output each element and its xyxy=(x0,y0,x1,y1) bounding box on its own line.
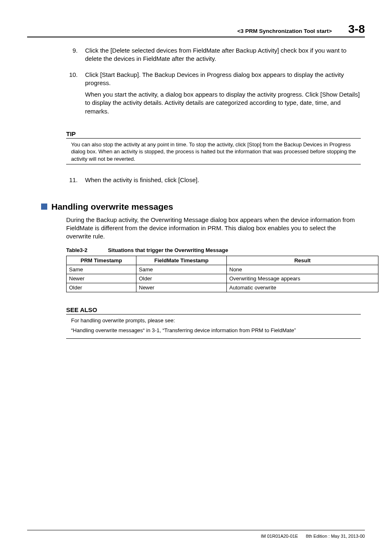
step-text: Click the [Delete selected devices from … xyxy=(85,46,361,67)
table-cell: Newer xyxy=(136,283,227,292)
see-also-line: “Handling overwrite messages“ in 3-1, “T… xyxy=(71,326,361,335)
step-item: 11. When the activity is finished, click… xyxy=(66,176,361,187)
table-cell: Same xyxy=(67,265,136,274)
tip-label: TIP xyxy=(66,130,361,139)
step-item: 10. Click [Start Backup]. The Backup Dev… xyxy=(66,71,361,119)
step-list-1: 9. Click the [Delete selected devices fr… xyxy=(66,46,361,119)
see-also-block: SEE ALSO For handling overwrite prompts,… xyxy=(66,306,361,339)
header-chapter-title: <3 PRM Synchronization Tool start> xyxy=(237,28,332,34)
page-header: <3 PRM Synchronization Tool start> 3-8 xyxy=(27,23,365,37)
tip-body: You can also stop the activity at any po… xyxy=(66,140,361,165)
step-text: When the activity is finished, click [Cl… xyxy=(85,176,199,187)
step-number: 11. xyxy=(66,176,78,187)
page-number: 3-8 xyxy=(348,23,365,36)
step-item: 9. Click the [Delete selected devices fr… xyxy=(66,46,361,67)
table-header-cell: Result xyxy=(227,256,378,265)
footer-edition: 8th Edition : May 31, 2013-00 xyxy=(306,534,365,539)
table-caption: Table3-2 Situations that trigger the Ove… xyxy=(66,247,365,253)
table-cell: Older xyxy=(136,274,227,283)
table-header-cell: FieldMate Timestamp xyxy=(136,256,227,265)
table-row: Older Newer Automatic overwrite xyxy=(67,283,378,292)
table-row: Same Same None xyxy=(67,265,378,274)
footer-doc-id: IM 01R01A20-01E xyxy=(261,534,298,539)
table-cell: Automatic overwrite xyxy=(227,283,378,292)
page-footer: IM 01R01A20-01E 8th Edition : May 31, 20… xyxy=(27,530,365,539)
see-also-body: For handling overwrite prompts, please s… xyxy=(66,317,361,339)
table-header-cell: PRM Timestamp xyxy=(67,256,136,265)
table-cell: None xyxy=(227,265,378,274)
step-para: When you start the activity, a dialog bo… xyxy=(85,90,361,116)
table-caption-text: Situations that trigger the Overwriting … xyxy=(108,247,228,253)
table-cell: Older xyxy=(67,283,136,292)
step-number: 9. xyxy=(66,46,78,67)
tip-block: TIP You can also stop the activity at an… xyxy=(66,130,361,165)
table-row: Newer Older Overwriting Message appears xyxy=(67,274,378,283)
table-header-row: PRM Timestamp FieldMate Timestamp Result xyxy=(67,256,378,265)
overwrite-table: PRM Timestamp FieldMate Timestamp Result… xyxy=(66,256,378,292)
step-para: When the activity is finished, click [Cl… xyxy=(85,176,199,184)
step-text: Click [Start Backup]. The Backup Devices… xyxy=(85,71,361,119)
step-list-2: 11. When the activity is finished, click… xyxy=(66,176,361,187)
see-also-line: For handling overwrite prompts, please s… xyxy=(71,317,361,325)
table-cell: Newer xyxy=(67,274,136,283)
table-cell: Overwriting Message appears xyxy=(227,274,378,283)
step-number: 10. xyxy=(66,71,78,119)
step-para: Click the [Delete selected devices from … xyxy=(85,46,361,63)
section-heading: Handling overwrite messages xyxy=(41,202,365,212)
section-paragraph: During the Backup activity, the Overwrit… xyxy=(66,216,361,241)
see-also-label: SEE ALSO xyxy=(66,306,361,314)
step-para: Click [Start Backup]. The Backup Devices… xyxy=(85,71,361,88)
table-cell: Same xyxy=(136,265,227,274)
section-title: Handling overwrite messages xyxy=(51,202,173,212)
table-caption-id: Table3-2 xyxy=(66,247,106,253)
section-bullet-icon xyxy=(41,204,47,210)
